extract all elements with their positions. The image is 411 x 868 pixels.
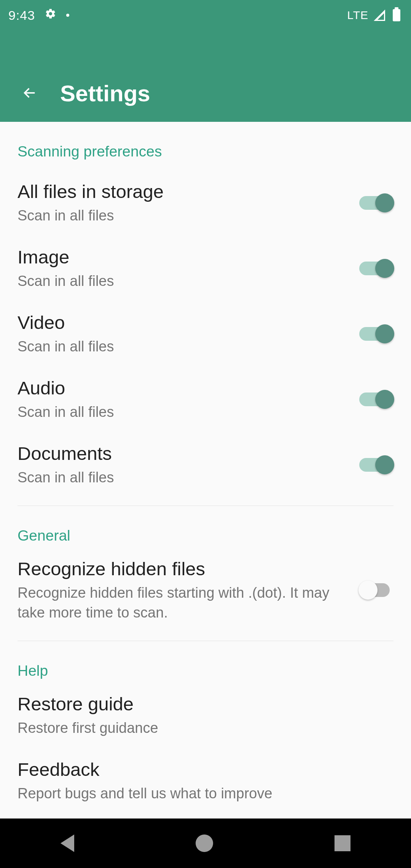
- setting-subtitle: Scan in all files: [18, 206, 348, 225]
- setting-title: Feedback: [18, 758, 393, 781]
- settings-list[interactable]: Scanning preferences All files in storag…: [0, 122, 411, 819]
- status-time: 9:43: [8, 8, 35, 23]
- setting-subtitle: Scan in all files: [18, 271, 348, 291]
- setting-title: Image: [18, 246, 348, 268]
- setting-audio[interactable]: Audio Scan in all files: [0, 368, 411, 433]
- section-header-help: Help: [0, 641, 411, 691]
- setting-text: Restore guide Restore first guidance: [18, 693, 393, 738]
- nav-home-button[interactable]: [196, 834, 213, 852]
- toggle-video[interactable]: [359, 324, 393, 344]
- setting-image[interactable]: Image Scan in all files: [0, 237, 411, 302]
- signal-icon: [374, 10, 385, 21]
- setting-text: Recognize hidden files Recognize hidden …: [18, 558, 348, 622]
- setting-subtitle: Report bugs and tell us what to improve: [18, 784, 393, 803]
- nav-back-button[interactable]: [61, 834, 74, 852]
- status-right: LTE: [347, 9, 400, 22]
- setting-restore-guide[interactable]: Restore guide Restore first guidance: [0, 691, 411, 749]
- nav-recents-button[interactable]: [335, 835, 350, 851]
- setting-video[interactable]: Video Scan in all files: [0, 302, 411, 368]
- setting-subtitle: Recognize hidden files starting with .(d…: [18, 583, 348, 622]
- status-bar: 9:43 LTE: [0, 0, 411, 30]
- setting-hidden-files[interactable]: Recognize hidden files Recognize hidden …: [0, 555, 411, 633]
- network-type: LTE: [347, 9, 368, 22]
- arrow-left-icon: [22, 85, 37, 101]
- setting-subtitle: Scan in all files: [18, 468, 348, 487]
- setting-text: Video Scan in all files: [18, 311, 348, 356]
- toggle-all-files[interactable]: [359, 193, 393, 213]
- setting-title: All files in storage: [18, 180, 348, 203]
- setting-text: Feedback Report bugs and tell us what to…: [18, 758, 393, 803]
- setting-title: Recognize hidden files: [18, 558, 348, 580]
- toggle-audio[interactable]: [359, 389, 393, 410]
- setting-feedback[interactable]: Feedback Report bugs and tell us what to…: [0, 749, 411, 815]
- setting-text: All files in storage Scan in all files: [18, 180, 348, 225]
- gear-icon: [45, 8, 56, 22]
- status-left: 9:43: [8, 8, 69, 23]
- back-button[interactable]: [18, 81, 41, 104]
- setting-title: Documents: [18, 442, 348, 465]
- setting-subtitle: Restore first guidance: [18, 718, 393, 738]
- toggle-image[interactable]: [359, 258, 393, 279]
- app-bar: Settings: [0, 30, 411, 122]
- setting-all-files[interactable]: All files in storage Scan in all files: [0, 171, 411, 237]
- toggle-documents[interactable]: [359, 455, 393, 475]
- setting-subtitle: Scan in all files: [18, 402, 348, 422]
- setting-subtitle: Scan in all files: [18, 337, 348, 356]
- page-title: Settings: [60, 80, 150, 107]
- section-header-scanning: Scanning preferences: [0, 122, 411, 171]
- setting-documents[interactable]: Documents Scan in all files: [0, 433, 411, 499]
- navigation-bar: [0, 819, 411, 868]
- setting-text: Audio Scan in all files: [18, 377, 348, 422]
- setting-text: Documents Scan in all files: [18, 442, 348, 487]
- notification-dot-icon: [66, 14, 69, 17]
- section-header-general: General: [0, 506, 411, 555]
- setting-title: Audio: [18, 377, 348, 399]
- battery-icon: [393, 9, 400, 21]
- setting-title: Video: [18, 311, 348, 334]
- setting-text: Image Scan in all files: [18, 246, 348, 291]
- toggle-hidden-files[interactable]: [359, 580, 393, 600]
- setting-title: Restore guide: [18, 693, 393, 715]
